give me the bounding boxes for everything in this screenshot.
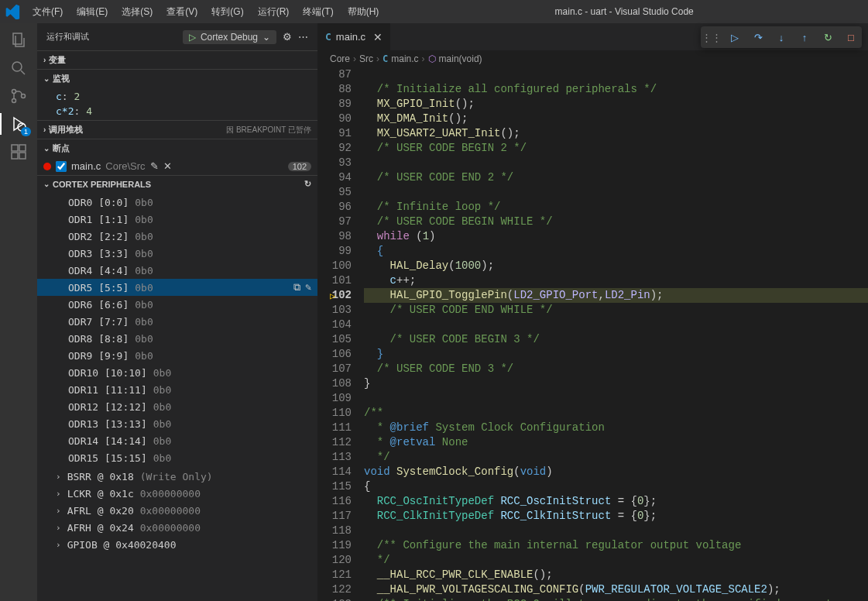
watch-item[interactable]: c: 2 xyxy=(37,89,317,104)
code-line[interactable]: */ xyxy=(364,450,868,465)
code-editor[interactable]: 8788899091929394959697989910010110210310… xyxy=(317,67,868,601)
gear-icon[interactable]: ⚙ xyxy=(283,31,292,43)
step-over-icon[interactable]: ↷ xyxy=(750,29,766,45)
register-row[interactable]: ODR13 [13:13]0b0 xyxy=(37,415,317,432)
step-into-icon[interactable]: ↓ xyxy=(774,29,789,45)
register-row[interactable]: ODR1 [1:1]0b0 xyxy=(37,211,317,228)
code-line[interactable]: /* USER CODE BEGIN 3 */ xyxy=(364,332,868,347)
code-line[interactable] xyxy=(364,391,868,406)
section-breakpoints[interactable]: ⌄ 断点 xyxy=(37,139,317,157)
code-line[interactable]: while (1) xyxy=(364,229,868,244)
tree-row[interactable]: ›BSRR @ 0x18(Write Only) xyxy=(37,468,317,485)
register-row[interactable]: ODR8 [8:8]0b0 xyxy=(37,330,317,347)
code-line[interactable]: /* USER CODE END WHILE */ xyxy=(364,303,868,318)
more-icon[interactable]: ⋯ xyxy=(298,31,308,43)
menu-item[interactable]: 查看(V) xyxy=(160,2,204,22)
section-watch[interactable]: ⌄ 监视 xyxy=(37,70,317,88)
code-line[interactable]: } xyxy=(364,376,868,391)
code-line[interactable]: MX_DMA_Init(); xyxy=(364,112,868,126)
code-line[interactable]: MX_GPIO_Init(); xyxy=(364,97,868,112)
drag-handle-icon[interactable]: ⋮⋮ xyxy=(704,29,719,45)
code-line[interactable]: void SystemClock_Config(void) xyxy=(364,465,868,479)
code-line[interactable]: /* Initialize all configured peripherals… xyxy=(364,82,868,97)
debug-config-selector[interactable]: ▷ Cortex Debug ⌄ xyxy=(183,30,276,44)
register-row[interactable]: ODR7 [7:7]0b0 xyxy=(37,313,317,330)
menu-item[interactable]: 运行(R) xyxy=(252,2,296,22)
search-icon[interactable] xyxy=(8,57,29,79)
code-line[interactable]: /** xyxy=(364,406,868,421)
source-control-icon[interactable] xyxy=(8,85,29,107)
code-line[interactable] xyxy=(364,185,868,200)
breadcrumb-item[interactable]: main.c xyxy=(391,53,418,64)
code-line[interactable]: /* USER CODE BEGIN 2 */ xyxy=(364,141,868,156)
code-line[interactable] xyxy=(364,318,868,332)
menu-item[interactable]: 选择(S) xyxy=(115,2,159,22)
code-line[interactable]: /* Infinite loop */ xyxy=(364,200,868,215)
code-line[interactable]: RCC_OscInitTypeDef RCC_OscInitStruct = {… xyxy=(364,494,868,509)
register-row[interactable]: ODR6 [6:6]0b0 xyxy=(37,296,317,313)
code-line[interactable]: * @brief System Clock Configuration xyxy=(364,421,868,435)
code-line[interactable]: { xyxy=(364,244,868,259)
code-line[interactable]: * @retval None xyxy=(364,435,868,450)
tree-row[interactable]: ›LCKR @ 0x1c0x00000000 xyxy=(37,485,317,502)
code-line[interactable]: HAL_GPIO_TogglePin(LD2_GPIO_Port,LD2_Pin… xyxy=(364,288,868,303)
register-row[interactable]: ODR2 [2:2]0b0 xyxy=(37,228,317,245)
breadcrumb-item[interactable]: Core xyxy=(330,53,350,64)
code-line[interactable] xyxy=(364,156,868,170)
code-line[interactable]: /* USER CODE BEGIN WHILE */ xyxy=(364,215,868,229)
code-line[interactable]: { xyxy=(364,479,868,494)
register-row[interactable]: ODR0 [0:0]0b0 xyxy=(37,194,317,211)
run-debug-icon[interactable]: 1 xyxy=(8,113,29,135)
breadcrumb[interactable]: Core › Src › C main.c › ⬡ main(void) xyxy=(317,50,868,67)
explorer-icon[interactable] xyxy=(8,29,29,51)
code-line[interactable]: } xyxy=(364,347,868,362)
stop-icon[interactable]: □ xyxy=(843,29,859,45)
code-line[interactable]: __HAL_PWR_VOLTAGESCALING_CONFIG(PWR_REGU… xyxy=(364,582,868,597)
code-line[interactable]: /** Configure the main internal regulato… xyxy=(364,538,868,553)
edit-icon[interactable]: ✎ xyxy=(150,160,159,172)
register-row[interactable]: ODR5 [5:5]0b0⧉✎ xyxy=(37,279,317,296)
menu-item[interactable]: 终端(T) xyxy=(297,2,339,22)
section-peripherals[interactable]: ⌄ CORTEX PERIPHERALS ↻ xyxy=(37,176,317,192)
copy-icon[interactable]: ⧉ xyxy=(293,281,300,294)
register-row[interactable]: ODR10 [10:10]0b0 xyxy=(37,364,317,381)
register-row[interactable]: ODR14 [14:14]0b0 xyxy=(37,432,317,449)
code-line[interactable] xyxy=(364,67,868,82)
refresh-icon[interactable]: ↻ xyxy=(304,179,311,189)
edit-icon[interactable]: ✎ xyxy=(305,281,311,294)
tree-row[interactable]: ›GPIOB @ 0x40020400 xyxy=(37,536,317,553)
register-row[interactable]: ODR3 [3:3]0b0 xyxy=(37,245,317,262)
tree-row[interactable]: ›AFRH @ 0x240x00000000 xyxy=(37,519,317,536)
code-line[interactable]: */ xyxy=(364,553,868,568)
register-row[interactable]: ODR11 [11:11]0b0 xyxy=(37,381,317,398)
register-row[interactable]: ODR12 [12:12]0b0 xyxy=(37,398,317,415)
step-out-icon[interactable]: ↑ xyxy=(797,29,812,45)
code-line[interactable] xyxy=(364,524,868,538)
register-row[interactable]: ODR9 [9:9]0b0 xyxy=(37,347,317,364)
breadcrumb-item[interactable]: Src xyxy=(359,53,373,64)
menu-item[interactable]: 转到(G) xyxy=(205,2,249,22)
menu-item[interactable]: 编辑(E) xyxy=(70,2,114,22)
tree-row[interactable]: ›AFRL @ 0x200x00000000 xyxy=(37,502,317,519)
restart-icon[interactable]: ↻ xyxy=(820,29,835,45)
code-line[interactable]: /** Initializes the RCC Oscillators acco… xyxy=(364,597,868,601)
close-icon[interactable]: ✕ xyxy=(373,31,383,43)
extensions-icon[interactable] xyxy=(8,141,29,163)
code-line[interactable]: /* USER CODE END 3 */ xyxy=(364,362,868,376)
code-line[interactable]: /* USER CODE END 2 */ xyxy=(364,170,868,185)
code-line[interactable]: MX_USART2_UART_Init(); xyxy=(364,126,868,141)
close-icon[interactable]: ✕ xyxy=(163,160,172,172)
code-line[interactable]: RCC_ClkInitTypeDef RCC_ClkInitStruct = {… xyxy=(364,509,868,524)
code-line[interactable]: HAL_Delay(1000); xyxy=(364,259,868,273)
register-row[interactable]: ODR4 [4:4]0b0 xyxy=(37,262,317,279)
register-row[interactable]: ODR15 [15:15]0b0 xyxy=(37,449,317,466)
tab-main-c[interactable]: C main.c ✕ xyxy=(317,23,391,50)
menu-item[interactable]: 文件(F) xyxy=(26,2,69,22)
section-callstack[interactable]: › 调用堆栈 因 BREAKPOINT 已暂停 xyxy=(37,121,317,139)
breadcrumb-item[interactable]: main(void) xyxy=(439,53,482,64)
breakpoint-checkbox[interactable] xyxy=(56,161,67,172)
code-line[interactable]: c++; xyxy=(364,273,868,288)
menu-item[interactable]: 帮助(H) xyxy=(341,2,386,22)
code-line[interactable]: __HAL_RCC_PWR_CLK_ENABLE(); xyxy=(364,568,868,582)
watch-item[interactable]: c*2: 4 xyxy=(37,104,317,118)
